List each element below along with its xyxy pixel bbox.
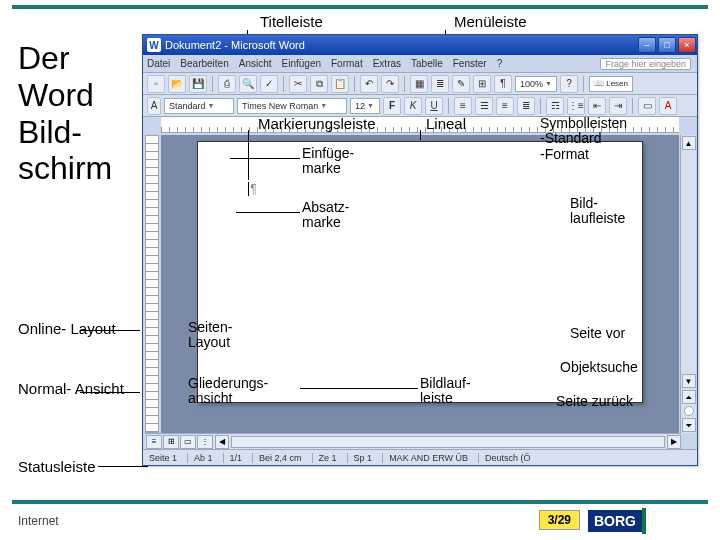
status-line: Ze 1 [312, 453, 337, 463]
leader-einfugemarke [230, 158, 300, 159]
page-up-icon[interactable]: ⏶ [682, 390, 696, 404]
open-icon[interactable]: 📂 [168, 75, 186, 93]
spellcheck-icon[interactable]: ✓ [260, 75, 278, 93]
label-normal-ansicht: Normal- Ansicht [18, 380, 124, 397]
menu-item[interactable]: Bearbeiten [180, 58, 228, 69]
close-button[interactable]: × [678, 37, 696, 53]
zoom-select[interactable]: 100% ▼ [515, 76, 557, 92]
help-search-box[interactable]: Frage hier eingeben [600, 58, 691, 70]
leader-bildlaufleiste [300, 388, 418, 389]
border-icon[interactable]: ▭ [638, 97, 656, 115]
paste-icon[interactable]: 📋 [331, 75, 349, 93]
view-online-layout-button[interactable]: ⊞ [163, 435, 179, 449]
browse-object-icon[interactable] [684, 406, 694, 416]
leader-statusleiste [98, 466, 148, 467]
label-objektsuche: Objektsuche [560, 360, 638, 375]
vertical-scrollbar[interactable]: ▲ ▼ ⏶ ⏷ [680, 135, 696, 433]
label-bildlaufleiste-bottom: Bildlauf- leiste [420, 376, 471, 407]
new-icon[interactable]: ▫ [147, 75, 165, 93]
chevron-down-icon: ▼ [208, 102, 215, 109]
justify-icon[interactable]: ≣ [517, 97, 535, 115]
menu-item[interactable]: Ansicht [239, 58, 272, 69]
read-button[interactable]: 📖 Lesen [589, 76, 633, 92]
label-bildlaufleiste-right: Bild- laufleiste [570, 196, 625, 227]
outdent-icon[interactable]: ⇤ [588, 97, 606, 115]
status-modes: MAK AND ERW ÜB [382, 453, 468, 463]
view-page-layout-button[interactable]: ▭ [180, 435, 196, 449]
print-icon[interactable]: ⎙ [218, 75, 236, 93]
label-absatzmarke: Absatz- marke [302, 200, 349, 231]
menu-item[interactable]: Extras [373, 58, 401, 69]
vertical-ruler[interactable] [145, 135, 159, 433]
titlebar: W Dokument2 - Microsoft Word – □ × [143, 35, 697, 55]
view-normal-button[interactable]: ≡ [146, 435, 162, 449]
font-color-icon[interactable]: A [659, 97, 677, 115]
menu-item[interactable]: ? [497, 58, 503, 69]
bullets-icon[interactable]: ⋮≡ [567, 97, 585, 115]
horizontal-scrollbar: ≡ ⊞ ▭ ⋮ ◀ ▶ [145, 433, 681, 449]
separator [404, 76, 405, 92]
scroll-up-icon[interactable]: ▲ [682, 136, 696, 150]
leader-absatzmarke [236, 212, 300, 213]
slide-page-badge: 3/29 [539, 510, 580, 530]
underline-button[interactable]: U [425, 97, 443, 115]
italic-button[interactable]: K [404, 97, 422, 115]
table-icon[interactable]: ▦ [410, 75, 428, 93]
label-lineal: Lineal [426, 116, 466, 133]
preview-icon[interactable]: 🔍 [239, 75, 257, 93]
menu-item[interactable]: Format [331, 58, 363, 69]
menubar: Datei Bearbeiten Ansicht Einfügen Format… [143, 55, 697, 73]
redo-icon[interactable]: ↷ [381, 75, 399, 93]
slide-bottom-rule [12, 500, 708, 504]
undo-icon[interactable]: ↶ [360, 75, 378, 93]
menu-item[interactable]: Tabelle [411, 58, 443, 69]
cut-icon[interactable]: ✂ [289, 75, 307, 93]
insertion-cursor [248, 182, 249, 196]
scroll-down-icon[interactable]: ▼ [682, 374, 696, 388]
copy-icon[interactable]: ⧉ [310, 75, 328, 93]
align-right-icon[interactable]: ≡ [496, 97, 514, 115]
label-online-layout: Online- Layout [18, 320, 116, 337]
show-marks-icon[interactable]: ¶ [494, 75, 512, 93]
separator [212, 76, 213, 92]
scroll-left-icon[interactable]: ◀ [215, 435, 229, 449]
separator [354, 76, 355, 92]
leader-online-layout [80, 330, 140, 331]
leader-lineal [420, 130, 421, 140]
separator [448, 98, 449, 114]
status-page: Seite 1 [149, 453, 177, 463]
size-select[interactable]: 12 ▼ [350, 98, 380, 114]
menu-item[interactable]: Fenster [453, 58, 487, 69]
maximize-button[interactable]: □ [658, 37, 676, 53]
menu-item[interactable]: Datei [147, 58, 170, 69]
font-select[interactable]: Times New Roman ▼ [237, 98, 347, 114]
toolbar-format: A Standard ▼ Times New Roman ▼ 12 ▼ F K … [143, 95, 697, 117]
scroll-right-icon[interactable]: ▶ [667, 435, 681, 449]
view-outline-button[interactable]: ⋮ [197, 435, 213, 449]
align-center-icon[interactable]: ☰ [475, 97, 493, 115]
school-logo: BORG [588, 508, 706, 534]
save-icon[interactable]: 💾 [189, 75, 207, 93]
help-icon[interactable]: ? [560, 75, 578, 93]
align-left-icon[interactable]: ≡ [454, 97, 472, 115]
separator [540, 98, 541, 114]
paragraph-mark-icon: ¶ [250, 182, 256, 196]
minimize-button[interactable]: – [638, 37, 656, 53]
chevron-down-icon: ▼ [367, 102, 374, 109]
statusbar: Seite 1 Ab 1 1/1 Bei 2,4 cm Ze 1 Sp 1 MA… [143, 449, 697, 465]
indent-icon[interactable]: ⇥ [609, 97, 627, 115]
bold-button[interactable]: F [383, 97, 401, 115]
menu-item[interactable]: Einfügen [282, 58, 321, 69]
label-menuleiste: Menüleiste [454, 14, 527, 31]
page-down-icon[interactable]: ⏷ [682, 418, 696, 432]
hscroll-track[interactable] [231, 436, 665, 448]
style-select[interactable]: Standard ▼ [164, 98, 234, 114]
chevron-down-icon: ▼ [320, 102, 327, 109]
numbering-icon[interactable]: ☶ [546, 97, 564, 115]
status-lang: Deutsch (Ö [478, 453, 531, 463]
style-pane-icon[interactable]: A [147, 97, 161, 115]
columns-icon[interactable]: ≣ [431, 75, 449, 93]
drawing-icon[interactable]: ✎ [452, 75, 470, 93]
toolbar-standard: ▫ 📂 💾 ⎙ 🔍 ✓ ✂ ⧉ 📋 ↶ ↷ ▦ ≣ ✎ ⊞ ¶ 100% ▼ ?… [143, 73, 697, 95]
map-icon[interactable]: ⊞ [473, 75, 491, 93]
